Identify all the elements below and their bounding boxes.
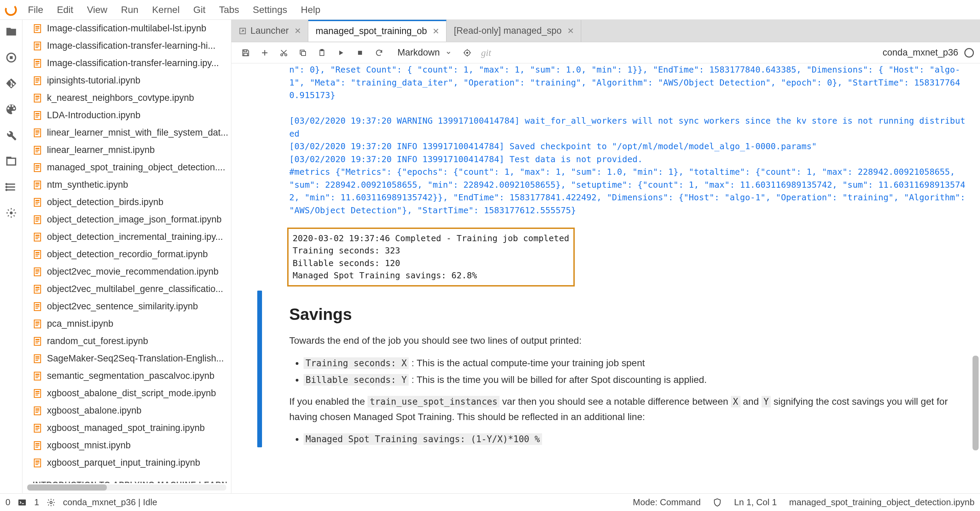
notebook-icon	[33, 302, 42, 311]
close-icon[interactable]: ✕	[566, 26, 576, 37]
notebook-scrollbar-y[interactable]	[972, 63, 978, 493]
file-name: object_detection_image_json_format.ipynb	[47, 214, 221, 225]
file-name: Image-classification-transfer-learning.i…	[47, 58, 219, 69]
menu-git[interactable]: Git	[187, 2, 212, 18]
file-name: xgboost_managed_spot_training.ipynb	[47, 423, 205, 433]
status-kernel[interactable]: conda_mxnet_p36 | Idle	[63, 497, 157, 508]
file-item[interactable]: xgboost_mnist.ipynb	[27, 437, 231, 454]
file-item[interactable]: Image-classification-multilabel-lst.ipyn…	[27, 20, 231, 37]
file-item[interactable]: xgboost_managed_spot_training.ipynb	[27, 419, 231, 437]
file-item[interactable]: xgboost_parquet_input_training.ipynb	[27, 454, 231, 471]
file-item[interactable]: linear_learner_mnist_with_file_system_da…	[27, 124, 231, 141]
tab-managed-spot[interactable]: managed_spot_training_ob ✕	[308, 20, 447, 42]
file-item[interactable]: Image-classification-transfer-learning.i…	[27, 54, 231, 72]
palette-icon[interactable]	[5, 104, 17, 115]
svg-rect-77	[35, 306, 40, 307]
file-item[interactable]: ipinsights-tutorial.ipynb	[27, 72, 231, 89]
extensions-icon[interactable]	[5, 207, 17, 219]
toc-icon[interactable]	[5, 181, 17, 193]
menu-help[interactable]: Help	[295, 2, 327, 18]
file-name: linear_learner_mnist.ipynb	[47, 145, 155, 155]
notebook-icon	[33, 163, 42, 172]
svg-rect-131	[358, 51, 362, 55]
file-item[interactable]: pca_mnist.ipynb	[27, 315, 231, 332]
svg-rect-102	[35, 412, 38, 412]
file-item[interactable]: managed_spot_training_object_detection..…	[27, 159, 231, 176]
wrench-icon[interactable]	[5, 129, 17, 141]
save-button[interactable]	[237, 45, 254, 61]
notebook-icon	[33, 24, 42, 34]
menu-settings[interactable]: Settings	[247, 2, 293, 18]
markdown-cell-savings[interactable]: Savings Towards the end of the job you s…	[289, 291, 966, 447]
status-ln-col[interactable]: Ln 1, Col 1	[734, 497, 777, 508]
svg-rect-3	[7, 158, 16, 165]
svg-rect-97	[35, 393, 40, 393]
tab-readonly-managed-spot[interactable]: [Read-only] managed_spo ✕	[447, 20, 581, 42]
notebook-area: n": 0}, "Reset Count": { "count": 1, "ma…	[231, 63, 980, 493]
add-cell-button[interactable]	[256, 45, 273, 61]
svg-rect-84	[35, 339, 40, 340]
restart-button[interactable]	[371, 45, 387, 61]
shield-icon[interactable]	[713, 498, 722, 507]
list-item: Managed Spot Training savings: (1-Y/X)*1…	[304, 431, 966, 447]
file-item[interactable]: object_detection_image_json_format.ipynb	[27, 211, 231, 228]
running-icon[interactable]	[5, 52, 17, 63]
menu-tabs[interactable]: Tabs	[213, 2, 245, 18]
status-left-count[interactable]: 0	[5, 497, 10, 508]
file-item[interactable]: random_cut_forest.ipynb	[27, 332, 231, 350]
close-icon[interactable]: ✕	[293, 26, 302, 37]
file-item[interactable]: object_detection_incremental_training.ip…	[27, 228, 231, 246]
stop-button[interactable]	[352, 45, 368, 61]
file-item[interactable]: linear_learner_mnist.ipynb	[27, 141, 231, 159]
svg-rect-70	[35, 273, 38, 273]
file-item[interactable]: LDA-Introduction.ipynb	[27, 107, 231, 124]
file-item[interactable]: semantic_segmentation_pascalvoc.ipynb	[27, 367, 231, 385]
status-terminal-count[interactable]: 1	[34, 497, 39, 508]
file-item[interactable]: xgboost_abalone.ipynb	[27, 402, 231, 419]
menubar: FileEditViewRunKernelGitTabsSettingsHelp	[0, 0, 980, 20]
menu-view[interactable]: View	[81, 2, 113, 18]
target-icon[interactable]	[459, 45, 476, 61]
kernel-name[interactable]: conda_mxnet_p36	[883, 47, 958, 58]
menu-file[interactable]: File	[22, 2, 49, 18]
file-item[interactable]: k_nearest_neighbors_covtype.ipynb	[27, 89, 231, 107]
file-item[interactable]: xgboost_abalone_dist_script_mode.ipynb	[27, 385, 231, 402]
git-button[interactable]: git	[478, 45, 495, 61]
file-item[interactable]: ntm_synthetic.ipynb	[27, 176, 231, 193]
file-item[interactable]: object2vec_movie_recommendation.ipynb	[27, 263, 231, 280]
file-item[interactable]: Image-classification-transfer-learning-h…	[27, 37, 231, 54]
close-icon[interactable]: ✕	[431, 26, 441, 37]
menu-edit[interactable]: Edit	[51, 2, 79, 18]
code-inline: Billable seconds: Y	[304, 374, 409, 386]
file-item[interactable]: object_detection_birds.ipynb	[27, 193, 231, 211]
status-bar: 0 1 conda_mxnet_p36 | Idle Mode: Command…	[0, 493, 980, 511]
kernel-status-icon[interactable]	[964, 48, 974, 57]
copy-button[interactable]	[295, 45, 311, 61]
cut-button[interactable]	[275, 45, 292, 61]
svg-rect-94	[35, 377, 38, 378]
file-item[interactable]: SageMaker-Seq2Seq-Translation-English...	[27, 350, 231, 367]
menu-run[interactable]: Run	[115, 2, 145, 18]
menu-kernel[interactable]: Kernel	[146, 2, 186, 18]
status-file[interactable]: managed_spot_training_object_detection.i…	[789, 497, 975, 508]
svg-rect-100	[35, 409, 40, 410]
tab-launcher[interactable]: Launcher ✕	[231, 20, 308, 42]
tabs-icon[interactable]	[5, 155, 17, 167]
svg-rect-22	[35, 64, 38, 65]
svg-point-133	[466, 52, 468, 53]
git-icon[interactable]	[5, 78, 17, 89]
file-item[interactable]: object2vec_multilabel_genre_classificati…	[27, 280, 231, 298]
run-button[interactable]	[333, 45, 349, 61]
terminal-icon[interactable]	[18, 498, 27, 507]
svg-rect-38	[35, 134, 38, 134]
training-completion-summary: 2020-03-02 19:37:46 Completed - Training…	[287, 228, 575, 286]
svg-rect-81	[35, 323, 40, 324]
folder-icon[interactable]	[5, 26, 17, 37]
cell-type-select[interactable]: Markdown	[393, 46, 456, 59]
paste-button[interactable]	[314, 45, 330, 61]
file-browser-scrollbar-x[interactable]	[27, 484, 226, 490]
svg-rect-20	[35, 61, 40, 62]
gear-icon[interactable]	[47, 498, 56, 507]
file-item[interactable]: object2vec_sentence_similarity.ipynb	[27, 298, 231, 315]
file-item[interactable]: object_detection_recordio_format.ipynb	[27, 246, 231, 263]
